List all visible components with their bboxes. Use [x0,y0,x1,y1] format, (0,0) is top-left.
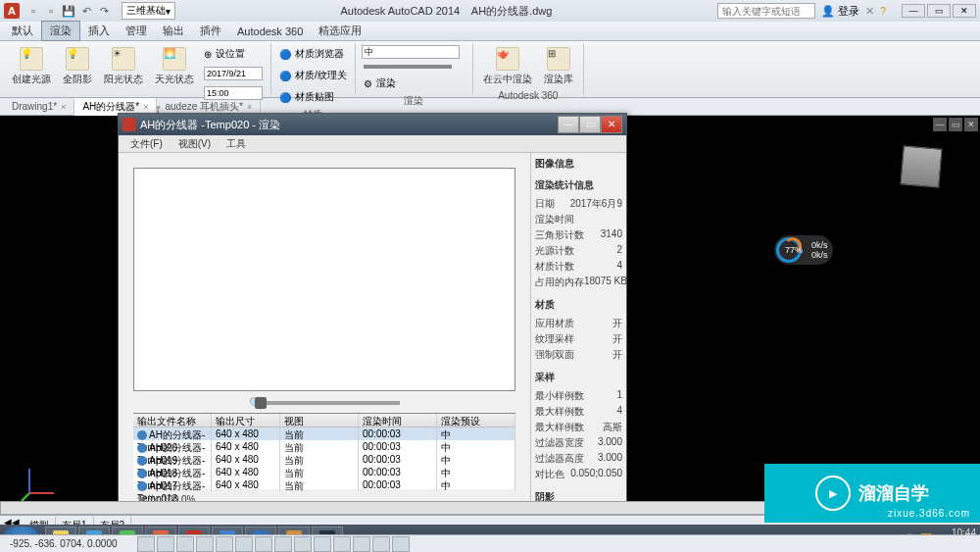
dialog-minimize-button[interactable]: — [558,116,579,133]
otrack-icon[interactable] [255,536,272,552]
render-history-panel: 输出文件名称 输出尺寸 视图 渲染时间 渲染预设 AH的分线器-Temp0206… [133,413,515,489]
snap-mode-icon[interactable] [137,536,155,552]
chevron-down-icon: ▾ [166,6,171,17]
grid-icon[interactable] [157,536,174,552]
polar-icon[interactable] [196,536,214,552]
tab-featured[interactable]: 精选应用 [311,22,369,40]
ribbon-group-light: 💡创建光源 💡全阴影 ☀阳光状态 🌅天光状态 ⊕ 设位置 阳光和位置 [2,43,271,95]
ribbon-group-render: ⚙ 渲染 渲染 [356,43,473,95]
ducs-icon[interactable] [274,536,292,552]
doc-tab[interactable]: Drawing1*× [4,99,74,114]
cloud-render-button[interactable]: 🫖在云中渲染 [479,45,536,88]
info-row: 强制双面开 [535,347,622,363]
slider-thumb[interactable] [255,397,267,409]
menu-view[interactable]: 视图(V) [171,135,219,152]
group-label-render: 渲染 [362,94,466,108]
col-header-name[interactable]: 输出文件名称 [133,414,212,427]
performance-gauge[interactable]: 77% 0k/s 0k/s [774,235,833,265]
col-header-size[interactable]: 输出尺寸 [212,414,280,427]
undo-icon[interactable]: ↶ [78,3,94,19]
tpy-icon[interactable] [333,536,351,552]
tab-render[interactable]: 渲染 [41,21,80,41]
qp-icon[interactable] [353,536,370,552]
play-icon: ▶ [815,476,851,511]
dialog-maximize-button[interactable]: ▭ [579,116,601,133]
file-row[interactable]: AH的分线器-Temp013640 x 480当前00:00:03中 [133,478,515,491]
tab-manage[interactable]: 管理 [118,22,155,40]
render-library-button[interactable]: ⊞渲染库 [540,45,577,88]
full-shadow-button[interactable]: 💡全阴影 [59,45,96,102]
sc-icon[interactable] [372,536,390,552]
ribbon-group-materials: 🔵 材质浏览器 🔵 材质/纹理关 🔵 材质贴图 材质 [271,43,356,95]
redo-icon[interactable]: ↷ [96,3,112,19]
dialog-titlebar[interactable]: AH的分线器 -Temp020 - 渲染 — ▭ ✕ [119,114,626,135]
tab-plugins[interactable]: 插件 [192,22,229,40]
tab-autodesk360[interactable]: Autodesk 360 [229,24,311,39]
workspace-dropdown[interactable]: 三维基础 ▾ [122,2,175,20]
watermark-url: zixue.3d66.com [888,508,970,519]
render-preview-canvas[interactable] [133,168,515,391]
gallery-icon: ⊞ [547,47,570,71]
save-icon[interactable]: 💾 [61,3,76,19]
viewcube-face[interactable] [900,145,942,187]
set-location-button[interactable]: ⊕ 设位置 [202,45,265,63]
am-icon[interactable] [392,536,410,552]
col-header-preset[interactable]: 渲染预设 [437,414,515,427]
info-header-sample: 采样 [535,371,622,384]
vp-minimize-button[interactable]: — [933,118,947,131]
zoom-slider[interactable]: 🔍 [133,393,515,413]
help-search-input[interactable] [717,3,815,19]
sky-status-button[interactable]: 🌅天光状态 [151,45,198,102]
ortho-icon[interactable] [176,536,194,552]
vp-restore-button[interactable]: ▭ [949,118,962,131]
render-preview-panel: 🔍 输出文件名称 输出尺寸 视图 渲染时间 渲染预设 AH的分线器-Temp02… [119,153,530,504]
open-icon[interactable]: ▫ [43,3,59,19]
file-row[interactable]: AH的分线器-Temp017640 x 480当前00:00:03中 [133,466,515,478]
col-header-time[interactable]: 渲染时间 [359,414,437,427]
login-button[interactable]: 👤 登录 [821,4,859,19]
close-icon[interactable]: × [143,102,148,112]
sun-status-button[interactable]: ☀阳光状态 [100,45,147,102]
material-texture-button[interactable]: 🔵 材质/纹理关 [277,67,349,84]
exchange-icon[interactable]: ✕ [865,5,874,18]
viewcube[interactable] [892,137,951,196]
tab-insert[interactable]: 插入 [80,22,118,40]
col-header-view[interactable]: 视图 [280,414,359,427]
create-light-button[interactable]: 💡创建光源 [8,45,55,102]
dialog-close-button[interactable]: ✕ [601,116,622,133]
menu-tools[interactable]: 工具 [219,135,254,152]
tab-output[interactable]: 输出 [155,22,192,40]
file-row[interactable]: AH的分线器-Temp020640 x 480当前00:00:03中 [133,427,515,440]
info-row: 对比色0.050;0.050 [535,467,622,482]
file-row[interactable]: AH的分线器-Temp019640 x 480当前00:00:03中 [133,440,515,453]
ucs-icon[interactable] [20,464,59,503]
new-icon[interactable]: ▫ [25,3,41,19]
render-preset-dropdown[interactable] [362,45,460,59]
material-map-button[interactable]: 🔵 材质贴图 [277,88,349,106]
app-logo[interactable]: A [4,3,20,19]
close-icon[interactable]: × [61,102,66,112]
material-browser-button[interactable]: 🔵 材质浏览器 [277,45,349,63]
info-header-material: 材质 [535,298,622,312]
render-slider[interactable] [364,65,452,69]
file-row[interactable]: AH的分线器-Temp018640 x 480当前00:00:03中 [133,453,515,466]
vp-close-button[interactable]: ✕ [964,118,978,131]
dyn-icon[interactable] [294,536,312,552]
help-icon[interactable]: ? [880,5,886,17]
workspace-label: 三维基础 [126,4,166,18]
close-button[interactable]: ✕ [953,4,976,18]
menu-file[interactable]: 文件(F) [122,135,171,152]
lwt-icon[interactable] [314,536,331,552]
date-input[interactable] [204,67,263,80]
info-row: 三角形计数3140 [535,227,622,243]
3dosnap-icon[interactable] [235,536,253,552]
maximize-button[interactable]: ▭ [927,4,951,18]
render-button[interactable]: ⚙ 渲染 [362,75,466,92]
osnap-icon[interactable] [216,536,233,552]
coordinate-display: -925. -636. 0704. 0.0000 [0,538,127,549]
info-header-image: 图像信息 [535,157,622,171]
close-icon[interactable]: × [247,102,252,112]
minimize-button[interactable]: — [902,4,925,18]
tab-default[interactable]: 默认 [4,22,41,40]
render-info-panel: 图像信息 渲染统计信息 日期2017年6月9渲染时间三角形计数3140光源计数2… [530,153,626,504]
